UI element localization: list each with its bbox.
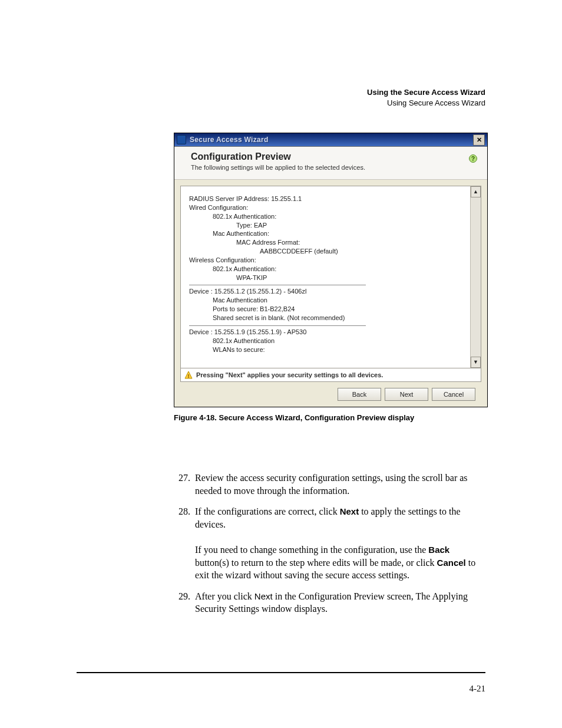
scroll-up-button[interactable]: ▲ bbox=[471, 186, 481, 197]
instruction-list: 27.Review the access security configurat… bbox=[174, 472, 484, 624]
cancel-button[interactable]: Cancel bbox=[432, 388, 475, 401]
wizard-header-panel: Configuration Preview The following sett… bbox=[174, 147, 487, 180]
warning-icon: ! bbox=[184, 371, 193, 379]
preview-line: RADIUS Server IP Address: 15.255.1.1 bbox=[189, 195, 465, 203]
chevron-up-icon: ▲ bbox=[473, 189, 478, 195]
window-titlebar: Secure Access Wizard ✕ bbox=[174, 133, 487, 147]
warning-text: Pressing "Next" applies your security se… bbox=[196, 371, 383, 378]
svg-text:!: ! bbox=[188, 373, 190, 379]
preview-line: Shared secret is in blank. (Not recommen… bbox=[189, 314, 465, 322]
preview-line: 802.1x Authentication: bbox=[189, 265, 465, 274]
instruction-text: After you click Next in the Configuratio… bbox=[195, 590, 484, 615]
preview-line: Ports to secure: B1-B22,B24 bbox=[189, 305, 465, 314]
device-header: Device : 15.255.1.9 (15.255.1.9) - AP530 bbox=[189, 328, 465, 337]
preview-line: 802.1x Authentication: bbox=[189, 212, 465, 221]
scroll-down-button[interactable]: ▼ bbox=[471, 357, 481, 368]
running-header: Using the Secure Access Wizard Using Sec… bbox=[367, 87, 485, 108]
preview-scroll-pane: RADIUS Server IP Address: 15.255.1.1Wire… bbox=[180, 186, 481, 368]
window-title: Secure Access Wizard bbox=[190, 136, 473, 144]
preview-line: WPA-TKIP bbox=[189, 274, 465, 282]
warning-row: ! Pressing "Next" applies your security … bbox=[180, 368, 481, 382]
page-number: 4-21 bbox=[470, 684, 486, 694]
app-icon bbox=[177, 135, 186, 144]
preview-line: Mac Authentication: bbox=[189, 229, 465, 238]
document-page: Using the Secure Access Wizard Using Sec… bbox=[0, 0, 562, 728]
preview-line: Type: EAP bbox=[189, 221, 465, 230]
instruction-number: 28. bbox=[174, 505, 190, 582]
instruction-item: 29.After you click Next in the Configura… bbox=[174, 590, 484, 615]
preview-line: WLANs to secure: bbox=[189, 345, 465, 354]
running-header-title: Using the Secure Access Wizard bbox=[367, 87, 485, 98]
preview-line: Wireless Configuration: bbox=[189, 256, 465, 265]
scroll-track[interactable] bbox=[471, 197, 481, 357]
footer-rule bbox=[77, 672, 485, 673]
preview-line: 802.1x Authentication bbox=[189, 337, 465, 345]
instruction-item: 28.If the configurations are correct, cl… bbox=[174, 505, 484, 582]
device-header: Device : 15.255.1.2 (15.255.1.2) - 5406z… bbox=[189, 287, 465, 296]
instruction-text: Review the access security configuration… bbox=[195, 472, 484, 497]
preview-line: Wired Configuration: bbox=[189, 203, 465, 212]
running-header-subtitle: Using Secure Access Wizard bbox=[367, 98, 485, 108]
next-button[interactable]: Next bbox=[385, 388, 428, 401]
preview-content: RADIUS Server IP Address: 15.255.1.1Wire… bbox=[181, 186, 470, 368]
back-button[interactable]: Back bbox=[338, 388, 381, 401]
wizard-body: RADIUS Server IP Address: 15.255.1.1Wire… bbox=[174, 180, 487, 407]
preview-line: MAC Address Format: bbox=[189, 238, 465, 247]
preview-line: AABBCCDDEEFF (default) bbox=[189, 247, 465, 256]
wizard-heading: Configuration Preview bbox=[191, 151, 477, 162]
instruction-number: 27. bbox=[174, 472, 190, 497]
close-button[interactable]: ✕ bbox=[473, 134, 485, 146]
figure-block: Secure Access Wizard ✕ Configuration Pre… bbox=[174, 133, 488, 422]
instruction-item: 27.Review the access security configurat… bbox=[174, 472, 484, 497]
help-icon[interactable]: ? bbox=[468, 154, 478, 163]
vertical-scrollbar[interactable]: ▲ ▼ bbox=[470, 186, 481, 368]
button-row: Back Next Cancel bbox=[180, 382, 481, 407]
wizard-subheading: The following settings will be applied t… bbox=[191, 164, 477, 171]
preview-line: Mac Authentication bbox=[189, 296, 465, 305]
instruction-number: 29. bbox=[174, 590, 190, 615]
figure-caption: Figure 4-18. Secure Access Wizard, Confi… bbox=[174, 413, 488, 422]
wizard-window: Secure Access Wizard ✕ Configuration Pre… bbox=[174, 133, 488, 407]
instruction-text: If the configurations are correct, click… bbox=[195, 505, 484, 582]
close-icon: ✕ bbox=[477, 136, 482, 144]
svg-text:?: ? bbox=[471, 156, 475, 162]
chevron-down-icon: ▼ bbox=[473, 360, 478, 365]
